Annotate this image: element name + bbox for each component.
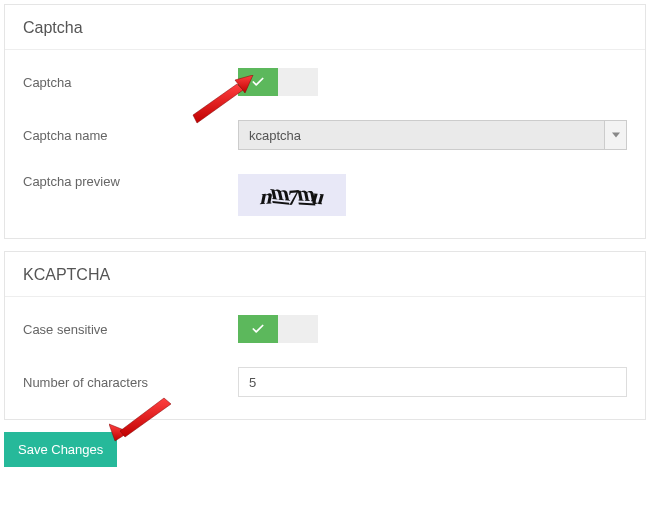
numchars-label: Number of characters	[23, 375, 238, 390]
toggle-on-segment	[238, 315, 278, 343]
toggle-on-segment	[238, 68, 278, 96]
kcaptcha-panel-title: KCAPTCHA	[5, 252, 645, 297]
captcha-enable-label: Captcha	[23, 75, 238, 90]
captcha-panel-body: Captcha Captcha name kcaptcha	[5, 50, 645, 238]
captcha-panel-title: Captcha	[5, 5, 645, 50]
captcha-preview-label: Captcha preview	[23, 174, 238, 189]
toggle-off-segment	[278, 315, 318, 343]
chevron-down-icon	[612, 131, 620, 139]
captcha-name-label: Captcha name	[23, 128, 238, 143]
kcaptcha-panel: KCAPTCHA Case sensitive Number of charac…	[4, 251, 646, 420]
kcaptcha-panel-body: Case sensitive Number of characters	[5, 297, 645, 419]
numchars-input[interactable]	[238, 367, 627, 397]
case-sensitive-row: Case sensitive	[23, 303, 627, 355]
captcha-preview-row: Captcha preview nm7mu	[23, 162, 627, 228]
captcha-name-value: kcaptcha	[239, 121, 604, 149]
select-dropdown-button[interactable]	[604, 121, 626, 149]
check-icon	[251, 75, 265, 89]
captcha-enable-row: Captcha	[23, 56, 627, 108]
case-sensitive-toggle[interactable]	[238, 315, 318, 343]
check-icon	[251, 322, 265, 336]
captcha-name-row: Captcha name kcaptcha	[23, 108, 627, 162]
case-sensitive-label: Case sensitive	[23, 322, 238, 337]
captcha-panel: Captcha Captcha Captcha name kcaptcha	[4, 4, 646, 239]
save-changes-button[interactable]: Save Changes	[4, 432, 117, 467]
toggle-off-segment	[278, 68, 318, 96]
svg-marker-0	[612, 133, 620, 138]
numchars-row: Number of characters	[23, 355, 627, 409]
captcha-preview-image: nm7mu	[238, 174, 346, 216]
captcha-name-select[interactable]: kcaptcha	[238, 120, 627, 150]
captcha-enable-toggle[interactable]	[238, 68, 318, 96]
